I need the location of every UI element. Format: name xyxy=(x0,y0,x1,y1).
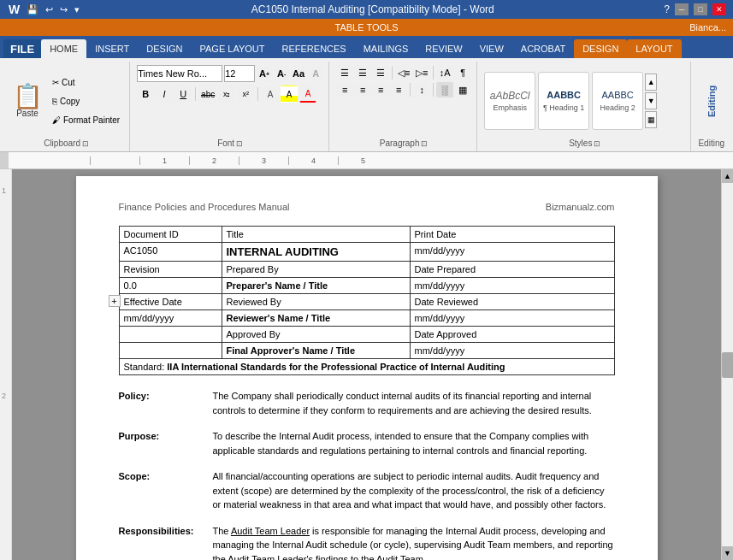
bullets-btn[interactable]: ☰ xyxy=(336,65,353,80)
scroll-thumb[interactable] xyxy=(722,352,734,378)
cut-button[interactable]: ✂ Cut xyxy=(48,74,124,91)
subscript-btn[interactable]: x₂ xyxy=(218,85,235,103)
word-icon: W xyxy=(7,3,21,16)
header-left: Finance Policies and Procedures Manual xyxy=(119,202,290,212)
styles-expand-btn[interactable]: ▦ xyxy=(645,111,657,128)
table-cell-reviewer: Reviewer's Name / Title xyxy=(222,310,410,327)
ruler-mark-6: 5 xyxy=(338,156,387,165)
font-name-input[interactable] xyxy=(137,65,222,82)
format-painter-icon: 🖌 xyxy=(52,115,61,125)
ruler-mark-5: 4 xyxy=(288,156,338,165)
table-cell-dateapproved: mm/dd/yyyy xyxy=(410,343,614,359)
bold-btn[interactable]: B xyxy=(137,85,154,103)
table-add-btn[interactable]: + xyxy=(109,295,121,307)
document-area[interactable]: Finance Policies and Procedures Manual B… xyxy=(12,169,721,560)
redo-quick-btn[interactable]: ↪ xyxy=(58,4,69,15)
paste-label: Paste xyxy=(16,109,38,118)
undo-quick-btn[interactable]: ↩ xyxy=(44,4,55,15)
tab-mailings[interactable]: MAILINGS xyxy=(355,39,417,58)
tab-review[interactable]: REVIEW xyxy=(417,39,470,58)
tab-file[interactable]: FILE xyxy=(3,39,41,58)
tab-references[interactable]: REFERENCES xyxy=(274,39,355,58)
tab-home[interactable]: HOME xyxy=(41,39,86,58)
ruler: 1 2 3 4 5 xyxy=(0,152,733,169)
maximize-btn[interactable]: □ xyxy=(694,3,707,15)
italic-btn[interactable]: I xyxy=(156,85,173,103)
table-row: Final Approver's Name / Title mm/dd/yyyy xyxy=(119,343,614,359)
paste-button[interactable]: 📋 Paste xyxy=(9,72,46,130)
minimize-btn[interactable]: ─ xyxy=(675,3,689,15)
show-all-btn[interactable]: ¶ xyxy=(454,65,471,80)
ruler-mark-1 xyxy=(90,156,139,165)
responsibilities-label: Responsibilities: xyxy=(119,524,213,561)
styles-scroll-down-btn[interactable]: ▼ xyxy=(645,92,657,109)
document-title: AC1050 Internal Auditing [Compatibility … xyxy=(81,3,664,15)
tab-view[interactable]: VIEW xyxy=(471,39,512,58)
sort-btn[interactable]: ↕A xyxy=(436,65,453,80)
clear-formatting-btn[interactable]: A xyxy=(308,66,323,81)
title-bar: W 💾 ↩ ↪ ▾ AC1050 Internal Auditing [Comp… xyxy=(0,0,733,19)
page-marker: 1 xyxy=(2,186,6,195)
clipboard-expand-icon[interactable]: ⊡ xyxy=(82,139,89,148)
font-grow-btn[interactable]: A+ xyxy=(257,66,272,81)
font-expand-icon[interactable]: ⊡ xyxy=(236,139,243,148)
main-area: 1 2 Finance Policies and Procedures Manu… xyxy=(0,169,733,560)
scroll-up-btn[interactable]: ▲ xyxy=(722,169,734,183)
increase-indent-btn[interactable]: ▷≡ xyxy=(413,65,430,80)
help-btn[interactable]: ? xyxy=(664,3,670,15)
close-btn[interactable]: ✕ xyxy=(712,3,726,15)
justify-btn[interactable]: ≡ xyxy=(390,82,407,97)
paragraph-expand-icon[interactable]: ⊡ xyxy=(421,139,428,148)
ribbon-tabs: FILE HOME INSERT DESIGN PAGE LAYOUT REFE… xyxy=(0,36,733,58)
font-shrink-btn[interactable]: A- xyxy=(274,66,289,81)
tab-design2[interactable]: DESIGN xyxy=(574,39,627,58)
table-row: Approved By Date Approved xyxy=(119,327,614,343)
multilevel-btn[interactable]: ☰ xyxy=(372,65,389,80)
numbering-btn[interactable]: ☰ xyxy=(354,65,371,80)
style-heading2[interactable]: AABBC Heading 2 xyxy=(592,72,643,130)
paragraph-group-label: Paragraph ⊡ xyxy=(336,139,471,150)
font-color-btn[interactable]: A xyxy=(299,85,316,103)
save-quick-btn[interactable]: 💾 xyxy=(25,4,40,15)
tab-page-layout[interactable]: PAGE LAYOUT xyxy=(192,39,274,58)
para-sep3 xyxy=(410,83,411,97)
line-spacing-btn[interactable]: ↕ xyxy=(413,82,430,97)
styles-expand-icon[interactable]: ⊡ xyxy=(594,139,600,148)
highlight-btn[interactable]: A xyxy=(281,85,298,103)
scrollbar-vertical[interactable]: ▲ ▼ xyxy=(721,169,733,560)
change-case-btn[interactable]: Aa xyxy=(291,66,306,81)
styles-scroll-buttons: ▲ ▼ ▦ xyxy=(645,74,657,128)
table-cell-title: INTERNAL AUDITING xyxy=(222,243,410,262)
text-effects-btn[interactable]: A xyxy=(262,85,279,103)
copy-button[interactable]: ⎘ Copy xyxy=(48,92,124,109)
more-quick-btn[interactable]: ▾ xyxy=(73,4,81,15)
font-group-label: Font ⊡ xyxy=(137,139,323,150)
style-heading1[interactable]: AABBC ¶ Heading 1 xyxy=(538,72,589,130)
align-left-btn[interactable]: ≡ xyxy=(336,82,353,97)
table-cell: Document ID xyxy=(119,227,222,243)
align-center-btn[interactable]: ≡ xyxy=(354,82,371,97)
copy-icon: ⎘ xyxy=(52,97,57,106)
shading-btn[interactable]: ░ xyxy=(436,82,453,97)
section-purpose: Purpose: To describe the Internal Audit … xyxy=(119,429,615,457)
style-emphasis[interactable]: aAbBcCl Emphasis xyxy=(484,72,535,130)
table-row-standard: Standard: IIA International Standards fo… xyxy=(119,359,614,375)
tab-layout2[interactable]: LAYOUT xyxy=(627,39,681,58)
tab-design[interactable]: DESIGN xyxy=(138,39,191,58)
font-separator2 xyxy=(257,87,258,101)
tab-insert[interactable]: INSERT xyxy=(86,39,138,58)
table-cell: Revision xyxy=(119,262,222,278)
decrease-indent-btn[interactable]: ◁≡ xyxy=(395,65,412,80)
editing-label[interactable]: Editing xyxy=(706,67,717,135)
table-cell-approver: Final Approver's Name / Title xyxy=(222,343,410,359)
strikethrough-btn[interactable]: abc xyxy=(199,85,216,103)
borders-btn[interactable]: ▦ xyxy=(454,82,471,97)
underline-btn[interactable]: U xyxy=(174,85,192,103)
tab-acrobat[interactable]: ACROBAT xyxy=(512,39,574,58)
superscript-btn[interactable]: x² xyxy=(237,85,254,103)
font-size-input[interactable] xyxy=(224,65,255,82)
styles-scroll-up-btn[interactable]: ▲ xyxy=(645,74,657,91)
scroll-down-btn[interactable]: ▼ xyxy=(722,546,734,560)
format-painter-button[interactable]: 🖌 Format Painter xyxy=(48,111,124,128)
align-right-btn[interactable]: ≡ xyxy=(372,82,389,97)
